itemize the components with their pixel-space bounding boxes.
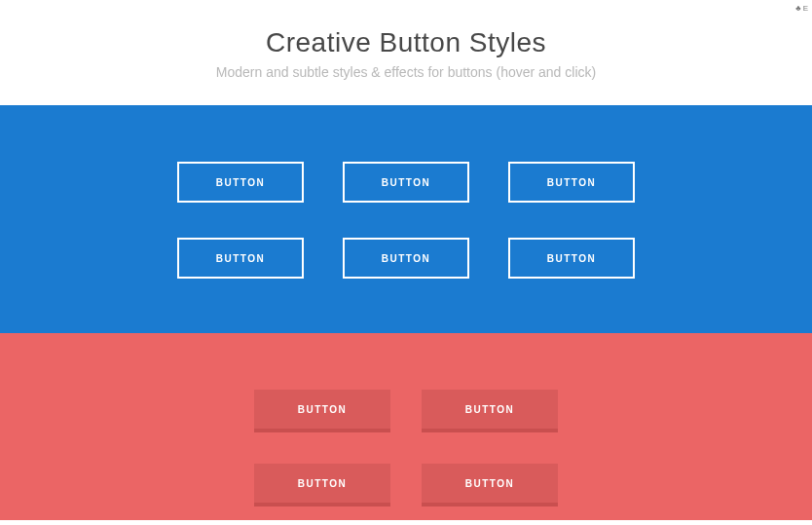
button-row: BUTTON BUTTON <box>254 464 558 503</box>
raised-button[interactable]: BUTTON <box>422 390 558 429</box>
button-row: BUTTON BUTTON BUTTON <box>177 238 635 279</box>
raised-button[interactable]: BUTTON <box>254 390 390 429</box>
page-subtitle: Modern and subtle styles & effects for b… <box>19 64 793 80</box>
outline-button[interactable]: BUTTON <box>177 238 304 279</box>
outline-button[interactable]: BUTTON <box>343 162 469 203</box>
top-corner-badge: ♣ E <box>795 4 808 13</box>
outline-button[interactable]: BUTTON <box>508 238 635 279</box>
raised-button[interactable]: BUTTON <box>254 464 390 503</box>
outline-button[interactable]: BUTTON <box>508 162 635 203</box>
outline-button[interactable]: BUTTON <box>177 162 304 203</box>
button-row: BUTTON BUTTON BUTTON <box>177 162 635 203</box>
outline-button[interactable]: BUTTON <box>343 238 469 279</box>
raised-button[interactable]: BUTTON <box>422 464 558 503</box>
button-row: BUTTON BUTTON <box>254 390 558 429</box>
section-red: BUTTON BUTTON BUTTON BUTTON <box>0 333 812 520</box>
section-blue: BUTTON BUTTON BUTTON BUTTON BUTTON BUTTO… <box>0 105 812 333</box>
page-title: Creative Button Styles <box>19 27 793 58</box>
page-header: Creative Button Styles Modern and subtle… <box>0 0 812 105</box>
